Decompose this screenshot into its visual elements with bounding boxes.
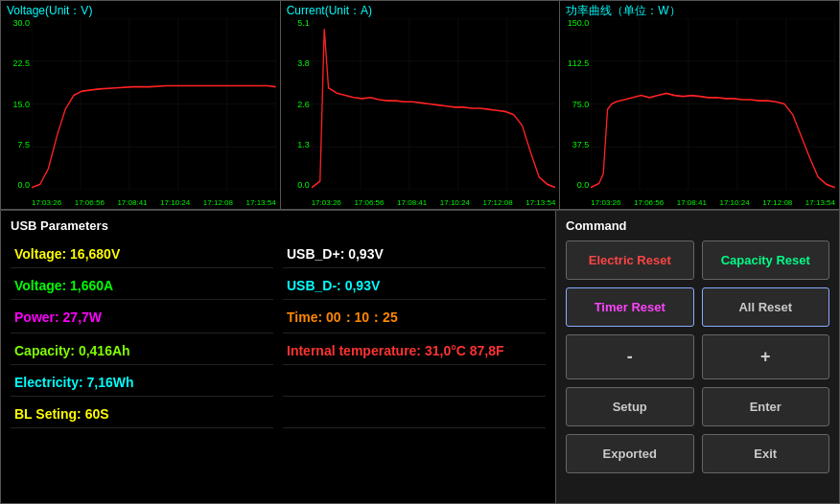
- power-chart-area: [591, 18, 835, 190]
- power-y-labels: 150.0 112.5 75.0 37.5 0.0: [560, 18, 591, 190]
- current-y-13: 1.3: [297, 140, 310, 149]
- minus-button[interactable]: -: [566, 334, 694, 379]
- timer-reset-button[interactable]: Timer Reset: [566, 287, 694, 327]
- exit-button[interactable]: Exit: [702, 434, 830, 473]
- usb-panel: USB Parameters Voltage: 16,680V USB_D+: …: [0, 211, 556, 504]
- electric-reset-button[interactable]: Electric Reset: [566, 241, 694, 280]
- current-y-26: 2.6: [297, 100, 310, 109]
- power-y-75: 75.0: [572, 100, 590, 109]
- power-y-1125: 112.5: [568, 58, 590, 68]
- param-voltage: Voltage: 16,680V: [11, 241, 273, 268]
- params-grid: Voltage: 16,680V USB_D+: 0,93V Voltage: …: [11, 241, 546, 428]
- voltage-chart-area: [32, 18, 276, 190]
- param-bl-setting: BL Seting: 60S: [11, 401, 273, 428]
- exported-button[interactable]: Exported: [566, 434, 694, 473]
- voltage-y-75: 7.5: [17, 140, 30, 149]
- param-empty1: [283, 369, 546, 397]
- current-svg: [312, 18, 556, 190]
- voltage-y-0: 0.0: [17, 180, 30, 190]
- current-y-00: 0.0: [297, 180, 310, 190]
- voltage-y-225: 22.5: [12, 58, 30, 68]
- current-chart: Current(Unit：A) 5.1 3.8 2.6 1.3 0.0: [281, 0, 561, 210]
- capacity-reset-button[interactable]: Capacity Reset: [702, 241, 830, 280]
- param-electricity: Electricity: 7,16Wh: [11, 369, 273, 397]
- power-svg: [591, 18, 835, 190]
- current-chart-title: Current(Unit：A): [287, 3, 372, 19]
- bottom-row: USB Parameters Voltage: 16,680V USB_D+: …: [0, 211, 840, 504]
- charts-row: Voltage(Unit：V) 30.0 22.5 15.0 7.5 0.0: [0, 0, 840, 211]
- voltage-chart-title: Voltage(Unit：V): [7, 3, 92, 19]
- voltage-y-15: 15.0: [12, 100, 30, 109]
- param-usbdminus: USB_D-: 0,93V: [283, 272, 546, 300]
- setup-button[interactable]: Setup: [566, 387, 694, 426]
- voltage-y-30: 30.0: [12, 18, 30, 28]
- current-y-51: 5.1: [297, 18, 310, 28]
- voltage-x-labels: 17:03:26 17:06:56 17:08:41 17:10:24 17:1…: [32, 198, 276, 207]
- param-temperature: Internal temperature: 31,0°C 87,8F: [283, 337, 546, 365]
- command-grid: Electric Reset Capacity Reset Timer Rese…: [566, 241, 829, 473]
- command-panel-title: Command: [566, 218, 829, 233]
- current-x-labels: 17:03:26 17:06:56 17:08:41 17:10:24 17:1…: [312, 198, 556, 207]
- power-chart: 功率曲线（单位：W） 150.0 112.5 75.0 37.5 0.0: [560, 0, 840, 210]
- voltage-chart: Voltage(Unit：V) 30.0 22.5 15.0 7.5 0.0: [0, 0, 281, 210]
- enter-button[interactable]: Enter: [702, 387, 830, 426]
- power-y-150: 150.0: [568, 18, 590, 28]
- command-panel: Command Electric Reset Capacity Reset Ti…: [556, 211, 840, 504]
- voltage-svg: [32, 18, 276, 190]
- current-y-38: 3.8: [297, 58, 310, 68]
- param-capacity: Capacity: 0,416Ah: [11, 337, 273, 365]
- power-y-00: 0.0: [577, 180, 590, 190]
- param-power: Power: 27,7W: [11, 304, 273, 333]
- power-x-labels: 17:03:26 17:06:56 17:08:41 17:10:24 17:1…: [591, 198, 835, 207]
- power-y-375: 37.5: [572, 140, 590, 149]
- current-y-labels: 5.1 3.8 2.6 1.3 0.0: [281, 18, 312, 190]
- plus-button[interactable]: +: [702, 334, 830, 379]
- param-usbdplus: USB_D+: 0,93V: [283, 241, 546, 268]
- power-chart-title: 功率曲线（单位：W）: [566, 3, 680, 19]
- all-reset-button[interactable]: All Reset: [702, 287, 830, 327]
- usb-panel-title: USB Parameters: [11, 218, 546, 233]
- current-chart-area: [312, 18, 556, 190]
- param-empty2: [283, 401, 546, 428]
- param-current: Voltage: 1,660A: [11, 272, 273, 300]
- param-time: Time: 00：10：25: [283, 304, 546, 333]
- voltage-y-labels: 30.0 22.5 15.0 7.5 0.0: [1, 18, 32, 190]
